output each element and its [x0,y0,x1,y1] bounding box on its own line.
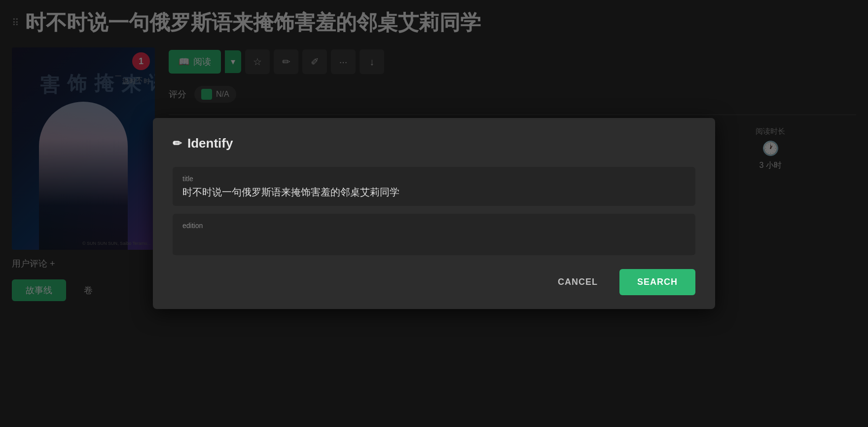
dialog-title: ✏ Identify [173,136,695,151]
field-title-label: title [182,175,686,183]
field-edition-container: edition [173,214,695,255]
dialog-overlay: ✏ Identify title edition CANCEL SEARCH [0,0,868,427]
dialog-title-text: Identify [187,136,233,151]
dialog-footer: CANCEL SEARCH [173,269,695,295]
identify-dialog: ✏ Identify title edition CANCEL SEARCH [153,118,715,309]
cancel-button[interactable]: CANCEL [544,269,612,295]
dialog-title-icon: ✏ [173,137,181,150]
field-edition-label: edition [182,222,686,230]
field-title-input[interactable] [182,187,686,198]
search-button[interactable]: SEARCH [619,269,695,295]
field-title-container: title [173,167,695,206]
field-edition-value [182,233,686,247]
